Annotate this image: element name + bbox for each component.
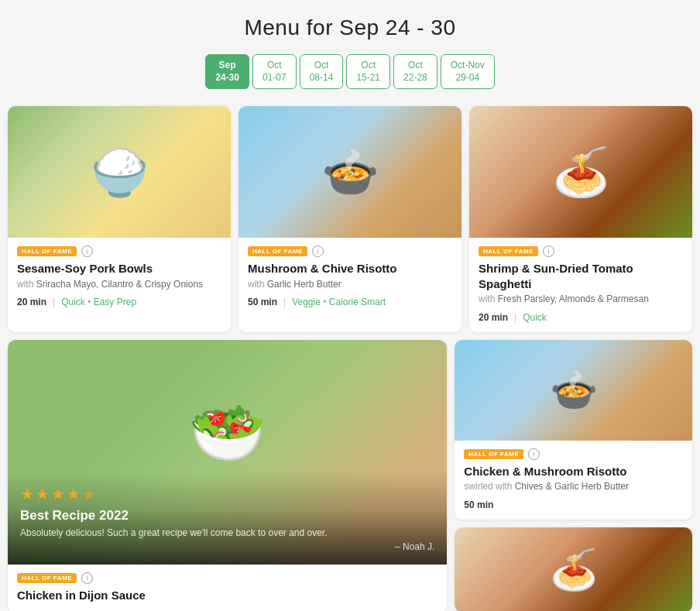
card-body-chicken-mushroom: HALL OF FAME i Chicken & Mushroom Risott… (455, 441, 692, 520)
card-large-body: HALL OF FAME i Chicken in Dijon Sauce (8, 565, 447, 611)
stars-row: ★ ★ ★ ★ ★ (20, 485, 434, 503)
tab-label-top: Sep (215, 60, 239, 72)
review-text: Absolutely delicious! Such a great recip… (20, 527, 434, 540)
card-image-pork-bowls (8, 106, 231, 238)
card-body-mushroom-risotto: HALL OF FAME i Mushroom & Chive Risotto … (238, 238, 462, 317)
tab-label-bottom: 22-28 (403, 72, 427, 84)
hall-of-fame-badge-3: HALL OF FAME (479, 246, 538, 256)
card-title-chicken-mushroom: Chicken & Mushroom Risotto (464, 464, 683, 479)
tab-label-top: Oct-Nov (451, 60, 485, 72)
hall-of-fame-badge-2: HALL OF FAME (248, 246, 307, 256)
tab-oct-15-21[interactable]: Oct 15-21 (346, 54, 390, 89)
card-pasta-partial[interactable] (455, 527, 692, 611)
info-icon-chicken-dijon[interactable]: i (81, 572, 93, 584)
tab-label-bottom: 08-14 (310, 72, 334, 84)
card-meta-mushroom-risotto: 50 min | Veggie • Calorie Smart (248, 297, 452, 307)
cook-time: 20 min (17, 297, 46, 307)
star-5-half: ★ (82, 485, 96, 503)
card-title-shrimp-pasta: Shrimp & Sun-Dried Tomato Spaghetti (479, 261, 683, 291)
tab-label-bottom: 15-21 (356, 72, 380, 84)
card-image-chicken-mushroom (455, 340, 692, 441)
card-chicken-dijon[interactable]: ★ ★ ★ ★ ★ Best Recipe 2022 Absolutely de… (8, 340, 447, 611)
cook-time-2: 50 min (248, 297, 277, 307)
tab-oct-nov-29-04[interactable]: Oct-Nov 29-04 (441, 54, 495, 89)
card-pork-bowls[interactable]: HALL OF FAME i Sesame-Soy Pork Bowls wit… (8, 106, 231, 332)
card-chicken-mushroom[interactable]: HALL OF FAME i Chicken & Mushroom Risott… (455, 340, 692, 520)
tab-label-bottom: 24-30 (215, 72, 239, 84)
page-wrapper: Menu for Sep 24 - 30 Sep 24-30 Oct 01-07… (0, 0, 700, 611)
tab-oct-08-14[interactable]: Oct 08-14 (300, 54, 344, 89)
badge-row-chicken-dijon: HALL OF FAME i (17, 572, 438, 584)
subtitle-prefix: with (17, 279, 36, 290)
info-icon-mushroom-risotto[interactable]: i (312, 245, 324, 257)
tag-quick-easy: Quick • Easy Prep (61, 297, 136, 307)
card-subtitle-chicken-mushroom: swirled with Chives & Garlic Herb Butter (464, 480, 683, 493)
card-mushroom-risotto[interactable]: HALL OF FAME i Mushroom & Chive Risotto … (238, 106, 462, 332)
tab-label-top: Oct (262, 60, 287, 72)
card-image-pasta-partial (455, 527, 692, 611)
info-icon-chicken-mushroom[interactable]: i (528, 448, 540, 460)
star-3: ★ (51, 485, 65, 503)
meta-separator-3: | (514, 312, 516, 323)
right-column: HALL OF FAME i Chicken & Mushroom Risott… (455, 340, 692, 611)
star-2: ★ (36, 485, 50, 503)
subtitle-prefix-5: swirled with (464, 481, 514, 492)
tag-quick: Quick (523, 312, 547, 323)
star-4: ★ (67, 485, 81, 503)
card-title-pork-bowls: Sesame-Soy Pork Bowls (17, 261, 221, 276)
tag-veggie-calorie: Veggie • Calorie Smart (292, 297, 386, 307)
card-subtitle-shrimp-pasta: with Fresh Parsley, Almonds & Parmesan (479, 293, 683, 306)
card-shrimp-pasta[interactable]: HALL OF FAME i Shrimp & Sun-Dried Tomato… (469, 106, 692, 332)
info-icon-shrimp-pasta[interactable]: i (543, 245, 554, 257)
tab-label-top: Oct (403, 60, 427, 72)
badge-row-mushroom-risotto: HALL OF FAME i (248, 245, 452, 257)
card-meta-chicken-mushroom: 50 min (464, 499, 683, 510)
subtitle-text-5: Chives & Garlic Herb Butter (515, 481, 629, 492)
card-image-mushroom-risotto (238, 106, 462, 238)
tab-label-top: Oct (310, 60, 334, 72)
card-meta-shrimp-pasta: 20 min | Quick (479, 312, 683, 323)
card-image-shrimp-pasta (469, 106, 692, 238)
tab-label-bottom: 01-07 (262, 72, 287, 84)
tab-label-top: Oct (356, 60, 380, 72)
hall-of-fame-badge: HALL OF FAME (17, 246, 77, 256)
tab-oct-22-28[interactable]: Oct 22-28 (393, 54, 438, 89)
subtitle-text-3: Fresh Parsley, Almonds & Parmesan (498, 293, 649, 304)
card-body-shrimp-pasta: HALL OF FAME i Shrimp & Sun-Dried Tomato… (469, 238, 692, 332)
card-subtitle-mushroom-risotto: with Garlic Herb Butter (248, 278, 452, 291)
reviewer-name: – Noah J. (20, 541, 434, 552)
cook-time-3: 20 min (479, 312, 508, 323)
info-icon-pork-bowls[interactable]: i (81, 245, 93, 257)
bottom-grid: ★ ★ ★ ★ ★ Best Recipe 2022 Absolutely de… (8, 340, 692, 611)
subtitle-prefix-2: with (248, 279, 267, 290)
star-1: ★ (20, 485, 34, 503)
week-tabs: Sep 24-30 Oct 01-07 Oct 08-14 Oct 15-21 … (8, 54, 692, 89)
subtitle-text: Sriracha Mayo, Cilantro & Crispy Onions (36, 279, 203, 290)
card-title-chicken-dijon: Chicken in Dijon Sauce (17, 588, 438, 603)
best-recipe-label: Best Recipe 2022 (20, 508, 434, 523)
card-large-image-container: ★ ★ ★ ★ ★ Best Recipe 2022 Absolutely de… (8, 340, 447, 565)
card-subtitle-pork-bowls: with Sriracha Mayo, Cilantro & Crispy On… (17, 278, 221, 291)
top-grid: HALL OF FAME i Sesame-Soy Pork Bowls wit… (8, 106, 692, 332)
card-meta-pork-bowls: 20 min | Quick • Easy Prep (17, 297, 221, 307)
card-body-pork-bowls: HALL OF FAME i Sesame-Soy Pork Bowls wit… (8, 238, 231, 317)
tab-label-bottom: 29-04 (451, 72, 485, 84)
subtitle-prefix-3: with (479, 293, 498, 304)
badge-row-pork-bowls: HALL OF FAME i (17, 245, 221, 257)
meta-separator: | (53, 297, 55, 307)
subtitle-text-2: Garlic Herb Butter (267, 279, 341, 290)
hall-of-fame-badge-4: HALL OF FAME (17, 573, 77, 583)
card-title-mushroom-risotto: Mushroom & Chive Risotto (248, 261, 452, 276)
cook-time-5: 50 min (464, 499, 493, 510)
card-large-overlay: ★ ★ ★ ★ ★ Best Recipe 2022 Absolutely de… (8, 472, 447, 565)
badge-row-chicken-mushroom: HALL OF FAME i (464, 448, 683, 460)
tab-sep-24-30[interactable]: Sep 24-30 (205, 54, 249, 89)
hall-of-fame-badge-5: HALL OF FAME (464, 449, 523, 459)
meta-separator-2: | (283, 297, 286, 307)
tab-oct-01-07[interactable]: Oct 01-07 (252, 54, 297, 89)
badge-row-shrimp-pasta: HALL OF FAME i (479, 245, 683, 257)
page-title: Menu for Sep 24 - 30 (8, 15, 692, 40)
